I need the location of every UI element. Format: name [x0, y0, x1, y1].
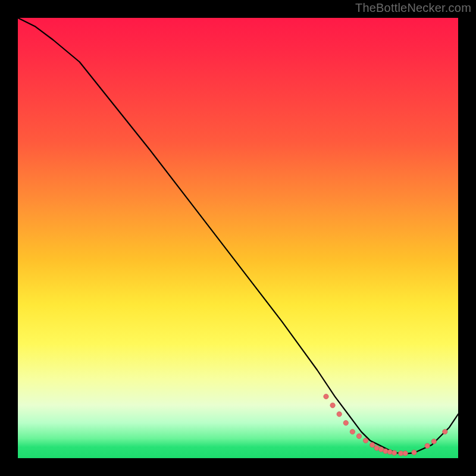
data-marker [431, 439, 436, 444]
data-marker [370, 443, 375, 447]
data-marker [412, 450, 416, 455]
data-marker [330, 403, 335, 408]
data-marker [403, 451, 408, 456]
data-marker [383, 449, 388, 453]
data-marker [343, 421, 348, 425]
bottleneck-curve [18, 18, 458, 454]
data-marker [356, 434, 361, 439]
watermark-text: TheBottleNecker.com [355, 1, 471, 15]
data-marker [392, 450, 397, 455]
data-marker [387, 449, 392, 454]
data-marker [350, 429, 355, 434]
plot-area [18, 18, 458, 458]
data-marker [324, 394, 328, 399]
data-marker [425, 443, 430, 448]
data-marker [363, 438, 368, 443]
chart-overlay [18, 18, 458, 458]
data-marker [374, 446, 379, 450]
data-marker [337, 412, 342, 416]
chart-frame: TheBottleNecker.com [0, 0, 476, 476]
data-marker [443, 429, 447, 434]
